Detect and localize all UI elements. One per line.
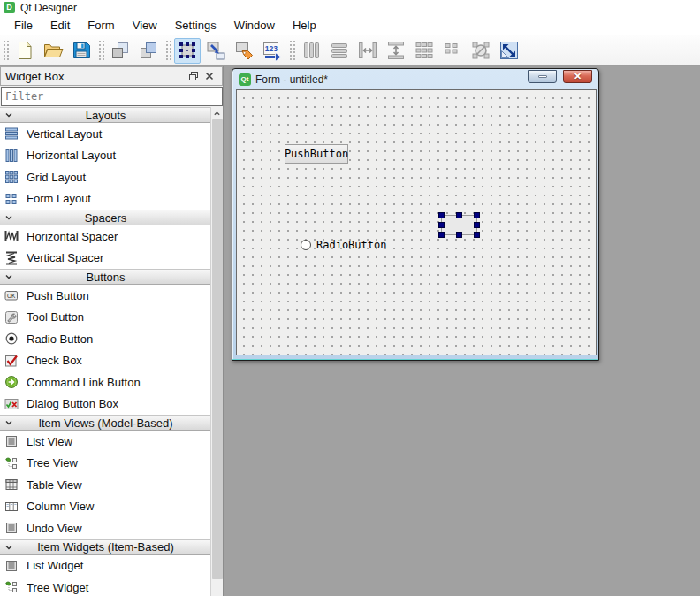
minimize-button[interactable] (528, 70, 557, 83)
lower-widget-button[interactable] (135, 38, 162, 64)
selection-handle[interactable] (474, 232, 480, 238)
column-view-icon (4, 499, 19, 515)
widget-item-column-view[interactable]: Column View (0, 496, 211, 518)
widget-item-push-button[interactable]: OKPush Button (0, 285, 211, 307)
new-form-button[interactable] (11, 38, 38, 64)
menu-settings[interactable]: Settings (166, 16, 225, 34)
widget-item-grid-layout[interactable]: Grid Layout (0, 166, 211, 188)
edit-widgets-button[interactable] (174, 38, 201, 64)
scroll-up-button[interactable] (211, 107, 223, 119)
form-editor-window[interactable]: Qt Form - untitled* ✕ PushButton (232, 68, 599, 361)
form-window-titlebar[interactable]: Qt Form - untitled* ✕ (232, 69, 598, 89)
widget-item-label: Command Link Button (27, 376, 141, 389)
menu-view[interactable]: View (124, 16, 166, 34)
widget-item-tree-view[interactable]: Tree View (0, 453, 211, 475)
selection-handle[interactable] (438, 232, 445, 238)
layout-vertical-toolbar-icon (329, 40, 350, 61)
selection-handle[interactable] (438, 222, 445, 228)
list-view-icon (4, 558, 19, 574)
close-icon: ✕ (574, 72, 582, 81)
category-buttons[interactable]: Buttons (0, 269, 211, 285)
horizontal-spacer-icon (4, 228, 19, 244)
push-button-icon: OK (4, 287, 19, 303)
close-panel-button[interactable] (202, 69, 217, 83)
menu-file[interactable]: File (5, 16, 42, 34)
widget-item-label: Tree Widget (27, 581, 88, 594)
raise-widget-button[interactable] (107, 38, 133, 64)
toolbar-handle (97, 39, 104, 62)
widget-item-form-layout[interactable]: Form Layout (0, 188, 211, 210)
category-spacers[interactable]: Spacers (0, 210, 211, 225)
widget-item-horizontal-spacer[interactable]: Horizontal Spacer (0, 225, 211, 248)
category-layouts[interactable]: Layouts (0, 107, 211, 123)
filter-input[interactable] (1, 87, 223, 106)
selection-handle[interactable] (474, 222, 480, 228)
widget-list: LayoutsVertical LayoutHorizontal LayoutG… (0, 107, 211, 596)
selected-widget[interactable] (438, 212, 480, 238)
widget-list-scrollbar[interactable] (210, 107, 223, 596)
widget-item-radio-button[interactable]: Radio Button (0, 328, 211, 350)
widget-item-label: Check Box (27, 354, 82, 367)
menu-form[interactable]: Form (79, 16, 123, 34)
category-item-widgets-item-based[interactable]: Item Widgets (Item-Based) (0, 539, 211, 555)
pushbutton-widget[interactable]: PushButton (285, 144, 348, 164)
form-canvas[interactable]: PushButton RadioButton (236, 89, 597, 355)
toolbar-handle (2, 39, 9, 62)
scrollbar-thumb[interactable] (212, 119, 223, 579)
save-form-button[interactable] (68, 38, 95, 64)
widget-item-command-link-button[interactable]: Command Link Button (0, 371, 211, 394)
category-item-views-model-based[interactable]: Item Views (Model-Based) (0, 415, 211, 431)
menu-window[interactable]: Window (225, 16, 284, 34)
edit-buddies-button[interactable] (231, 38, 257, 64)
toolbar-handle (164, 39, 171, 62)
edit-widgets-icon (177, 40, 198, 61)
widget-item-vertical-spacer[interactable]: Vertical Spacer (0, 248, 211, 270)
widget-item-label: Tool Button (27, 310, 84, 324)
edit-tab-order-button[interactable]: 123 (259, 38, 285, 64)
layout-horizontally-button (298, 38, 324, 64)
close-icon (204, 71, 215, 81)
float-panel-button[interactable] (186, 69, 202, 83)
form-layout-toolbar-icon (442, 40, 463, 61)
widget-item-table-view[interactable]: Table View (0, 474, 211, 496)
menu-help[interactable]: Help (284, 16, 325, 34)
widget-item-label: Horizontal Layout (27, 149, 116, 162)
horizontal-layout-icon (4, 148, 19, 164)
widget-item-tool-button[interactable]: Tool Button (0, 307, 211, 329)
check-box-icon (4, 353, 19, 369)
widget-item-vertical-layout[interactable]: Vertical Layout (0, 123, 211, 145)
chevron-down-icon (0, 543, 18, 552)
menu-edit[interactable]: Edit (42, 16, 79, 34)
widget-item-label: List Widget (27, 559, 83, 572)
layout-vertically-button (326, 38, 353, 64)
qt-designer-window: D Qt Designer FileEditFormViewSettingsWi… (0, 0, 700, 596)
close-button[interactable]: ✕ (563, 70, 592, 83)
selection-handle[interactable] (456, 232, 462, 238)
svg-text:123: 123 (265, 44, 278, 53)
radiobutton-widget[interactable]: RadioButton (301, 239, 386, 251)
adjust-size-button[interactable] (496, 38, 522, 64)
filter-box (1, 87, 223, 106)
selection-handle[interactable] (438, 212, 445, 218)
selection-handle[interactable] (456, 212, 462, 218)
break-layout-icon (470, 40, 491, 61)
table-view-icon (4, 477, 19, 493)
widget-item-undo-view[interactable]: Undo View (0, 517, 211, 539)
open-form-button[interactable] (40, 38, 66, 64)
qt-form-icon: Qt (239, 73, 251, 86)
app-titlebar: D Qt Designer (0, 0, 700, 15)
vertical-layout-icon (4, 126, 19, 141)
toolbar-handle (288, 39, 295, 62)
widget-item-list-widget[interactable]: List Widget (0, 555, 211, 577)
widget-item-dialog-button-box[interactable]: Dialog Button Box (0, 394, 211, 416)
edit-signals-slots-button[interactable] (202, 38, 229, 64)
widget-item-list-view[interactable]: List View (0, 431, 211, 453)
widget-item-label: Radio Button (27, 332, 93, 346)
widget-item-label: Push Button (27, 289, 89, 302)
widget-item-horizontal-layout[interactable]: Horizontal Layout (0, 145, 211, 167)
list-view-icon (4, 520, 19, 536)
widget-item-check-box[interactable]: Check Box (0, 350, 211, 372)
widget-item-tree-widget[interactable]: Tree Widget (0, 577, 211, 596)
selection-handle[interactable] (474, 212, 480, 218)
raise-widget-icon (110, 40, 131, 61)
